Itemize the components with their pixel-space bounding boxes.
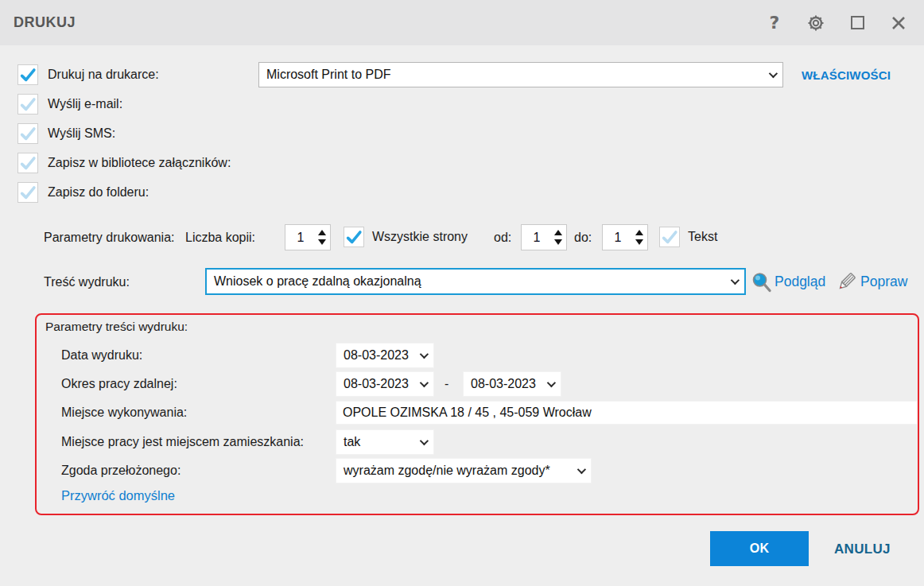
help-icon: ? (770, 13, 780, 33)
checkbox-save-library[interactable] (17, 153, 38, 173)
work-place-value: OPOLE OZIMSKA 18 / 45 , 45-059 Wrocław (343, 406, 592, 420)
content-params-title: Parametry treści wydruku: (45, 320, 188, 334)
residence-value: tak (344, 435, 360, 449)
pencil-icon (837, 271, 858, 293)
preview-link[interactable]: Podgląd (751, 271, 825, 293)
save-folder-label: Zapisz do folderu: (48, 185, 149, 200)
checkbox-send-sms[interactable] (17, 123, 38, 144)
row-save-library: Zapisz w bibliotece załączników: (17, 153, 231, 173)
close-button[interactable] (889, 14, 908, 33)
edit-link[interactable]: Popraw (837, 271, 907, 293)
row-send-sms: Wyślij SMS: (17, 123, 115, 144)
chevron-down-icon (420, 350, 429, 359)
to-label: do: (574, 231, 592, 245)
arrow-up-icon[interactable] (318, 230, 326, 235)
chevron-down-icon (731, 276, 740, 285)
send-email-label: Wyślij e-mail: (48, 97, 122, 111)
from-stepper[interactable]: 1 (521, 224, 567, 250)
titlebar: DRUKUJ ? (0, 0, 924, 45)
cancel-button[interactable]: ANULUJ (834, 541, 891, 557)
from-label: od: (494, 231, 511, 245)
checkbox-send-email[interactable] (17, 94, 38, 114)
arrow-up-icon[interactable] (554, 230, 562, 235)
remote-period-to-value: 08-03-2023 (471, 377, 536, 391)
checkbox-save-folder[interactable] (17, 182, 38, 203)
magnifier-icon (751, 271, 772, 293)
check-icon (19, 95, 37, 113)
chevron-down-icon (547, 378, 556, 387)
checkbox-print-on-printer[interactable] (17, 64, 38, 85)
printer-select-value: Microsoft Print to PDF (266, 68, 390, 82)
stepper-arrows[interactable] (633, 230, 647, 245)
properties-link[interactable]: WŁAŚCIWOŚCI (802, 68, 891, 82)
checkbox-all-pages[interactable] (344, 227, 364, 247)
arrow-down-icon[interactable] (318, 239, 326, 245)
all-pages-label: Wszystkie strony (372, 230, 468, 244)
range-separator: - (445, 377, 448, 391)
preview-link-label: Podgląd (775, 274, 825, 290)
to-value: 1 (603, 231, 633, 245)
edit-link-label: Popraw (860, 274, 907, 290)
work-place-input[interactable]: OPOLE OZIMSKA 18 / 45 , 45-059 Wrocław (336, 401, 918, 425)
content-params-group: Parametry treści wydruku: Data wydruku: … (35, 313, 919, 515)
row-all-pages: Wszystkie strony (344, 227, 468, 247)
check-icon (661, 228, 678, 246)
chevron-down-icon (769, 69, 778, 78)
settings-button[interactable] (806, 14, 825, 33)
stepper-arrows[interactable] (316, 230, 330, 245)
residence-label: Miejsce pracy jest miejscem zamieszkania… (61, 435, 304, 449)
print-date-value: 08-03-2023 (344, 348, 409, 363)
supervisor-consent-label: Zgoda przełożonego: (61, 464, 181, 478)
print-params-label: Parametry drukowania: (44, 231, 175, 245)
copies-stepper[interactable]: 1 (285, 224, 331, 250)
row-save-folder: Zapisz do folderu: (17, 182, 149, 203)
copies-value: 1 (285, 231, 316, 245)
copies-label: Liczba kopii: (185, 231, 255, 245)
stepper-arrows[interactable] (552, 230, 566, 245)
print-date-label: Data wydruku: (61, 348, 142, 363)
print-on-printer-label: Drukuj na drukarce: (48, 68, 159, 82)
chevron-down-icon (577, 465, 586, 474)
maximize-button[interactable] (848, 14, 867, 33)
from-value: 1 (522, 231, 552, 245)
remote-period-label: Okres pracy zdalnej: (61, 377, 177, 391)
supervisor-consent-select[interactable]: wyrażam zgodę/nie wyrażam zgody* (336, 458, 592, 483)
ok-button[interactable]: OK (710, 531, 809, 566)
check-icon (19, 154, 37, 172)
supervisor-consent-value: wyrażam zgodę/nie wyrażam zgody* (344, 464, 550, 478)
print-content-label: Treść wydruku: (44, 275, 130, 289)
text-mode-label: Tekst (688, 230, 717, 244)
print-content-select[interactable]: Wniosek o pracę zdalną okazjonalną (205, 268, 746, 295)
help-button[interactable]: ? (765, 14, 784, 33)
print-content-value: Wniosek o pracę zdalną okazjonalną (214, 274, 421, 289)
remote-period-from-value: 08-03-2023 (344, 377, 409, 391)
remote-period-from-select[interactable]: 08-03-2023 (336, 371, 434, 397)
arrow-down-icon[interactable] (554, 239, 562, 245)
row-send-email: Wyślij e-mail: (17, 94, 122, 114)
chevron-down-icon (420, 378, 429, 387)
check-icon (19, 184, 37, 201)
to-stepper[interactable]: 1 (602, 224, 648, 250)
dialog-title: DRUKUJ (14, 14, 76, 31)
close-icon (891, 15, 907, 31)
arrow-down-icon[interactable] (635, 239, 643, 245)
remote-period-to-select[interactable]: 08-03-2023 (463, 371, 561, 397)
maximize-icon (851, 16, 864, 29)
send-sms-label: Wyślij SMS: (48, 126, 115, 141)
printer-select[interactable]: Microsoft Print to PDF (258, 62, 783, 87)
arrow-up-icon[interactable] (635, 230, 643, 235)
checkbox-text-mode[interactable] (659, 227, 680, 247)
check-icon (19, 125, 37, 142)
save-library-label: Zapisz w bibliotece załączników: (48, 156, 231, 170)
work-place-label: Miejsce wykonywania: (61, 406, 187, 420)
print-date-select[interactable]: 08-03-2023 (336, 343, 434, 368)
print-dialog: DRUKUJ ? (0, 0, 924, 586)
check-icon (19, 66, 37, 83)
row-print-on-printer: Drukuj na drukarce: (17, 64, 159, 85)
row-text-mode: Tekst (659, 227, 717, 247)
gear-icon (806, 14, 825, 33)
chevron-down-icon (420, 437, 429, 445)
residence-select[interactable]: tak (336, 429, 434, 455)
check-icon (345, 228, 363, 246)
restore-defaults-link[interactable]: Przywróć domyślne (61, 488, 175, 503)
